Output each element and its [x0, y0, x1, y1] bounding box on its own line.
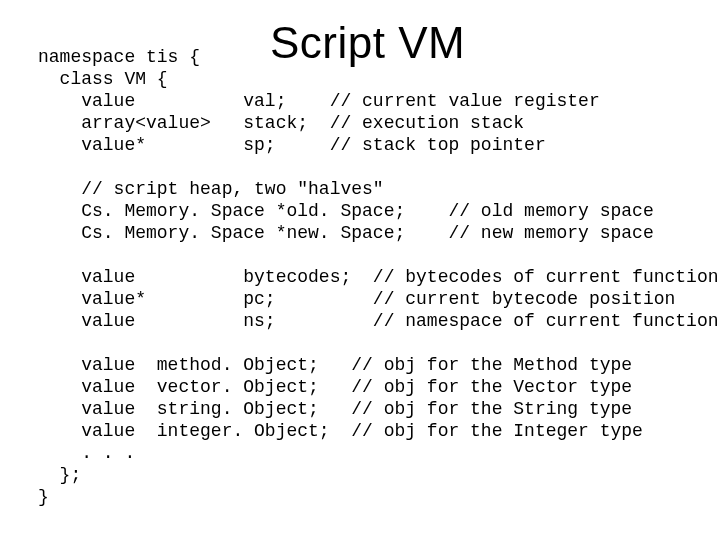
code-line: value ns; // namespace of current functi… [38, 311, 719, 331]
code-line: Cs. Memory. Space *new. Space; // new me… [38, 223, 654, 243]
code-line: }; [38, 465, 81, 485]
code-line: } [38, 487, 49, 507]
code-block: namespace tis { class VM { value val; //… [38, 46, 719, 508]
code-line: Cs. Memory. Space *old. Space; // old me… [38, 201, 654, 221]
code-line: value integer. Object; // obj for the In… [38, 421, 643, 441]
slide: Script VM namespace tis { class VM { val… [0, 0, 720, 540]
code-line: value* sp; // stack top pointer [38, 135, 546, 155]
code-line: array<value> stack; // execution stack [38, 113, 524, 133]
code-line: value* pc; // current bytecode position [38, 289, 675, 309]
code-line: class VM { [38, 69, 168, 89]
code-line: value method. Object; // obj for the Met… [38, 355, 632, 375]
code-line: . . . [38, 443, 135, 463]
code-line: value val; // current value register [38, 91, 600, 111]
code-line: namespace tis { [38, 47, 200, 67]
code-line: value string. Object; // obj for the Str… [38, 399, 632, 419]
code-line: value bytecodes; // bytecodes of current… [38, 267, 719, 287]
code-line: // script heap, two "halves" [38, 179, 384, 199]
code-line: value vector. Object; // obj for the Vec… [38, 377, 632, 397]
